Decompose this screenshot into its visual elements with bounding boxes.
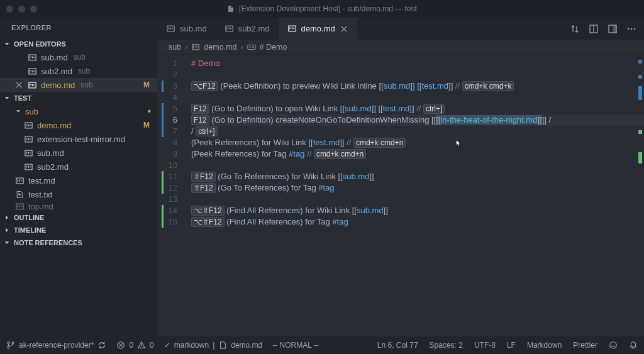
test-label: TEST bbox=[14, 94, 31, 102]
test-section[interactable]: TEST bbox=[0, 92, 157, 104]
tab-demo-active[interactable]: demo.md bbox=[279, 18, 357, 40]
file-name: test.txt bbox=[28, 190, 52, 199]
svg-point-11 bbox=[610, 342, 617, 349]
open-editor-item-active[interactable]: demo.md sub M bbox=[0, 78, 157, 92]
chevron-down-icon bbox=[14, 107, 23, 116]
markdown-file-icon bbox=[24, 135, 33, 144]
open-editor-desc: sub bbox=[80, 80, 92, 89]
mouse-cursor-icon bbox=[455, 138, 463, 148]
git-branch-status[interactable]: ak-reference-provider* bbox=[6, 341, 106, 350]
open-editor-name: sub.md bbox=[41, 53, 68, 62]
note-references-section[interactable]: NOTE REFERENCES bbox=[0, 236, 157, 249]
tree-folder-sub[interactable]: sub • bbox=[0, 104, 157, 118]
chevron-right-icon: › bbox=[240, 43, 243, 52]
breadcrumbs[interactable]: sub › demo.md › # Demo bbox=[157, 40, 644, 55]
markdown-file-icon bbox=[15, 176, 25, 185]
problems-status[interactable]: 0 0 bbox=[116, 341, 153, 350]
git-branch-name: ak-reference-provider* bbox=[19, 341, 94, 350]
tree-item[interactable]: sub2.md bbox=[0, 160, 157, 174]
bell-icon[interactable] bbox=[629, 341, 638, 350]
markdown-file-icon bbox=[28, 53, 37, 62]
outline-section[interactable]: OUTLINE bbox=[0, 211, 157, 224]
breadcrumb-item[interactable]: sub bbox=[169, 43, 181, 52]
tab-label: sub2.md bbox=[238, 24, 270, 33]
tab-sub[interactable]: sub.md bbox=[157, 18, 216, 40]
svg-point-8 bbox=[8, 346, 9, 348]
markdown-file-icon bbox=[24, 121, 33, 130]
check-icon: ✓ bbox=[164, 341, 170, 350]
eol-status[interactable]: LF bbox=[507, 341, 516, 350]
window-minimize-button[interactable] bbox=[18, 6, 25, 13]
code-content[interactable]: # Demo ⌥F12 (Peek Definition) to preview… bbox=[186, 55, 644, 336]
feedback-icon[interactable] bbox=[609, 341, 618, 350]
chevron-down-icon bbox=[3, 94, 11, 102]
markdown-file-icon bbox=[287, 24, 297, 33]
vim-mode-status: -- NORMAL -- bbox=[272, 341, 319, 350]
close-icon[interactable] bbox=[340, 25, 348, 33]
svg-point-5 bbox=[634, 28, 636, 30]
compare-changes-icon[interactable] bbox=[570, 24, 580, 34]
open-editor-name: sub2.md bbox=[41, 67, 72, 76]
file-name: demo.md bbox=[37, 121, 71, 130]
breadcrumb-item[interactable]: # Demo bbox=[260, 43, 287, 52]
tab-label: sub.md bbox=[180, 24, 207, 33]
tree-item[interactable]: extension-test-mirror.md bbox=[0, 132, 157, 146]
more-actions-icon[interactable] bbox=[626, 24, 636, 34]
window-close-button[interactable] bbox=[6, 6, 13, 13]
titlebar: [Extension Development Host] - sub/demo.… bbox=[0, 0, 644, 18]
modified-indicator: M bbox=[143, 121, 150, 130]
open-editors-section[interactable]: OPEN EDITORS bbox=[0, 38, 157, 50]
overview-ruler[interactable] bbox=[635, 55, 644, 336]
window-maximize-button[interactable] bbox=[30, 6, 37, 13]
line-gutter: 1 2 3 4 5 6 7 8 9 10 11 12 13 14 15 bbox=[157, 55, 186, 336]
chevron-down-icon bbox=[3, 238, 11, 247]
file-name: extension-test-mirror.md bbox=[37, 135, 125, 144]
svg-point-4 bbox=[631, 28, 633, 30]
lint-status[interactable]: ✓ markdown | demo.md bbox=[164, 341, 263, 350]
file-name: sub.md bbox=[37, 148, 64, 158]
tree-item[interactable]: top.md bbox=[0, 201, 157, 211]
language-mode[interactable]: Markdown bbox=[527, 341, 562, 350]
markdown-file-icon bbox=[28, 80, 37, 90]
error-icon bbox=[116, 341, 125, 350]
vim-mode: -- NORMAL -- bbox=[272, 341, 319, 350]
indentation-status[interactable]: Spaces: 2 bbox=[430, 341, 463, 350]
open-editor-item[interactable]: sub.md sub bbox=[0, 50, 157, 64]
open-editor-item[interactable]: sub2.md sub bbox=[0, 64, 157, 78]
markdown-file-icon bbox=[24, 162, 33, 172]
split-editor-icon[interactable] bbox=[608, 24, 618, 34]
tab-label: demo.md bbox=[301, 24, 335, 33]
symbol-string-icon bbox=[247, 43, 256, 52]
markdown-file-icon bbox=[15, 202, 25, 211]
chevron-down-icon bbox=[3, 40, 11, 48]
svg-point-3 bbox=[628, 28, 630, 30]
close-icon[interactable] bbox=[14, 80, 24, 89]
window-title: [Extension Development Host] - sub/demo.… bbox=[239, 4, 417, 13]
folder-name: sub bbox=[25, 107, 38, 116]
git-branch-icon bbox=[6, 341, 15, 350]
file-name: top.md bbox=[28, 202, 53, 211]
timeline-section[interactable]: TIMELINE bbox=[0, 224, 157, 236]
tab-bar: sub.md sub2.md demo.md bbox=[157, 18, 644, 40]
file-name: sub2.md bbox=[37, 162, 69, 172]
cursor-position[interactable]: Ln 6, Col 77 bbox=[377, 341, 418, 350]
tree-item[interactable]: test.txt bbox=[0, 187, 157, 201]
sync-icon[interactable] bbox=[97, 341, 106, 350]
open-preview-icon[interactable] bbox=[589, 24, 599, 34]
error-count: 0 bbox=[129, 341, 133, 350]
tree-item[interactable]: demo.md M bbox=[0, 118, 157, 132]
tab-sub2[interactable]: sub2.md bbox=[216, 18, 279, 40]
tree-item[interactable]: test.md bbox=[0, 174, 157, 187]
chevron-right-icon: › bbox=[185, 43, 187, 52]
file-name: test.md bbox=[28, 176, 55, 185]
file-icon bbox=[227, 5, 235, 13]
tree-item[interactable]: sub.md bbox=[0, 146, 157, 160]
warning-icon bbox=[137, 341, 146, 350]
breadcrumb-item[interactable]: demo.md bbox=[204, 43, 236, 52]
chevron-right-icon bbox=[3, 226, 11, 235]
code-editor[interactable]: 1 2 3 4 5 6 7 8 9 10 11 12 13 14 15 # De… bbox=[157, 55, 644, 336]
file-icon bbox=[218, 341, 227, 350]
encoding-status[interactable]: UTF-8 bbox=[474, 341, 496, 350]
sidebar: EXPLORER OPEN EDITORS sub.md sub sub2.md… bbox=[0, 18, 157, 336]
formatter-status[interactable]: Prettier bbox=[573, 341, 597, 350]
